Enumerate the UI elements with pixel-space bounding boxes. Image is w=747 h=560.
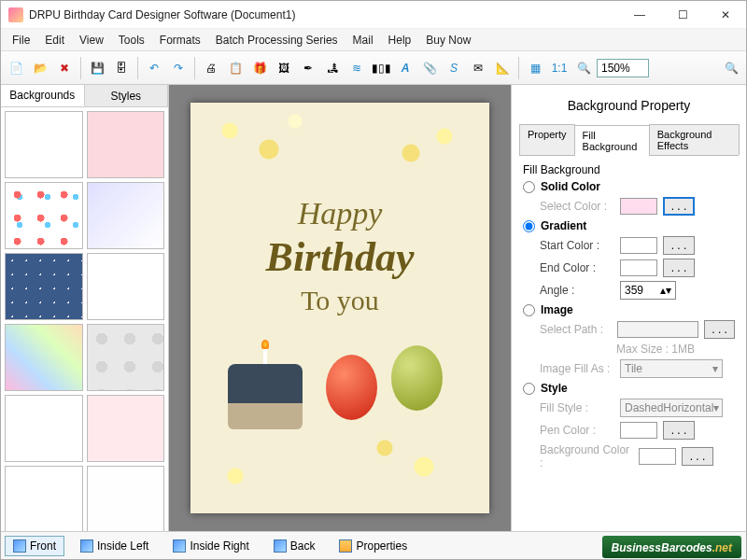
tab-fill-background[interactable]: Fill Background xyxy=(574,125,650,156)
end-color-label: End Color : xyxy=(540,261,614,274)
radio-gradient[interactable] xyxy=(523,220,535,232)
menu-mail[interactable]: Mail xyxy=(345,31,381,49)
flower-decoration xyxy=(359,420,489,513)
bg-color-picker-button[interactable]: . . . xyxy=(682,447,713,466)
page-icon xyxy=(80,539,93,553)
solid-color-swatch[interactable] xyxy=(620,198,657,215)
stamp-icon[interactable]: S xyxy=(443,57,465,79)
zoom-out-icon[interactable]: 🔍 xyxy=(720,57,742,79)
maximize-button[interactable]: ☐ xyxy=(669,6,696,24)
minimize-button[interactable]: — xyxy=(627,6,653,24)
flower-decoration xyxy=(190,439,303,513)
open-icon[interactable]: 📂 xyxy=(29,57,51,79)
ruler-icon[interactable]: 📐 xyxy=(491,57,514,79)
image-fillas-combo[interactable]: Tile▾ xyxy=(620,359,723,378)
tab-front[interactable]: Front xyxy=(5,536,64,556)
barcode-icon[interactable]: ▮▯▮ xyxy=(370,57,392,79)
text-icon[interactable]: A xyxy=(394,57,416,79)
bg-color-swatch[interactable] xyxy=(639,448,676,465)
menu-buy[interactable]: Buy Now xyxy=(418,31,478,49)
tab-property[interactable]: Property xyxy=(519,124,575,155)
bg-thumb[interactable] xyxy=(87,324,165,391)
properties-panel: Background Property Property Fill Backgr… xyxy=(511,85,746,531)
insert-icon[interactable]: 📎 xyxy=(418,57,441,79)
bg-thumb[interactable] xyxy=(5,253,83,320)
angle-input[interactable]: 359▴▾ xyxy=(620,281,676,300)
menu-tools[interactable]: Tools xyxy=(111,31,152,49)
tab-inside-left[interactable]: Inside Left xyxy=(72,536,157,556)
radio-solid-color[interactable] xyxy=(523,181,535,193)
saveas-icon[interactable]: 🗄 xyxy=(110,57,133,79)
align-icon[interactable]: ≋ xyxy=(345,57,368,79)
panel-title: Background Property xyxy=(519,91,739,124)
tab-properties[interactable]: Properties xyxy=(331,536,416,556)
print-icon[interactable]: 🖨 xyxy=(200,57,222,79)
radio-style[interactable] xyxy=(523,383,535,395)
bg-thumb[interactable] xyxy=(5,182,83,249)
bg-color-label: Background Color : xyxy=(540,443,633,469)
tab-back[interactable]: Back xyxy=(265,536,324,556)
style-label: Style xyxy=(541,382,568,395)
menu-edit[interactable]: Edit xyxy=(37,31,72,49)
menu-view[interactable]: View xyxy=(72,31,111,49)
fillstyle-combo[interactable]: DashedHorizontal▾ xyxy=(620,399,723,417)
grid-icon[interactable]: ▦ xyxy=(524,57,546,79)
end-color-picker-button[interactable]: . . . xyxy=(663,259,695,277)
envelope-icon[interactable]: ✉ xyxy=(467,57,489,79)
balloon-green xyxy=(391,345,443,411)
bg-thumb[interactable] xyxy=(87,253,165,320)
menu-batch[interactable]: Batch Processing Series xyxy=(208,31,345,49)
tab-styles[interactable]: Styles xyxy=(85,85,169,106)
tab-background-effects[interactable]: Background Effects xyxy=(649,124,740,155)
app-icon xyxy=(8,7,23,22)
bg-thumb[interactable] xyxy=(5,466,83,531)
redo-icon[interactable]: ↷ xyxy=(167,57,190,79)
fit-icon[interactable]: 1:1 xyxy=(548,57,571,79)
zoom-in-icon[interactable]: 🔍 xyxy=(572,57,595,79)
gradient-label: Gradient xyxy=(541,219,586,232)
card-preview[interactable]: Happy Birthday To you xyxy=(190,103,489,513)
bg-thumb[interactable] xyxy=(5,395,83,462)
pen-color-picker-button[interactable]: . . . xyxy=(663,421,695,440)
close-button[interactable]: ✕ xyxy=(712,6,739,24)
delete-icon[interactable]: ✖ xyxy=(53,57,76,79)
tab-inside-right[interactable]: Inside Right xyxy=(164,536,257,556)
gallery-icon[interactable]: 🖼 xyxy=(273,57,295,79)
gift-icon[interactable]: 🎁 xyxy=(248,57,271,79)
zoom-input[interactable]: 150% xyxy=(597,59,649,77)
clipboard-icon[interactable]: 📋 xyxy=(224,57,247,79)
watermark: BusinessBarcodes.net xyxy=(602,536,741,558)
bg-thumb[interactable] xyxy=(87,395,165,462)
pen-icon[interactable]: ✒ xyxy=(297,57,319,79)
fillstyle-label: Fill Style : xyxy=(540,401,614,414)
page-icon xyxy=(274,539,287,553)
new-icon[interactable]: 📄 xyxy=(5,57,27,79)
bg-thumb[interactable] xyxy=(87,466,165,531)
canvas-area[interactable]: Happy Birthday To you xyxy=(169,85,511,531)
bg-thumb[interactable] xyxy=(5,111,83,178)
menu-help[interactable]: Help xyxy=(381,31,419,49)
balloon-red xyxy=(326,355,377,420)
image-path-input[interactable] xyxy=(617,321,698,338)
menu-file[interactable]: File xyxy=(5,31,37,49)
save-icon[interactable]: 💾 xyxy=(86,57,108,79)
start-color-swatch[interactable] xyxy=(620,237,657,254)
image-label: Image xyxy=(541,303,573,316)
toolbar: 📄 📂 ✖ 💾 🗄 ↶ ↷ 🖨 📋 🎁 🖼 ✒ 🏞 ≋ ▮▯▮ A 📎 S ✉ … xyxy=(1,51,746,85)
undo-icon[interactable]: ↶ xyxy=(143,57,165,79)
bg-thumb[interactable] xyxy=(87,182,165,249)
bg-thumb[interactable] xyxy=(87,111,165,178)
browse-image-button[interactable]: . . . xyxy=(704,320,735,339)
bg-thumb[interactable] xyxy=(5,324,83,391)
background-grid xyxy=(1,107,168,531)
start-color-picker-button[interactable]: . . . xyxy=(663,236,695,255)
menu-formats[interactable]: Formats xyxy=(152,31,208,49)
solid-color-picker-button[interactable]: . . . xyxy=(663,197,695,216)
card-text-toyou: To you xyxy=(190,285,489,316)
image-icon[interactable]: 🏞 xyxy=(321,57,344,79)
flower-decoration xyxy=(377,103,489,187)
radio-image[interactable] xyxy=(523,304,535,316)
pen-color-swatch[interactable] xyxy=(620,422,657,439)
tab-backgrounds[interactable]: Backgrounds xyxy=(1,85,85,106)
end-color-swatch[interactable] xyxy=(620,259,657,276)
